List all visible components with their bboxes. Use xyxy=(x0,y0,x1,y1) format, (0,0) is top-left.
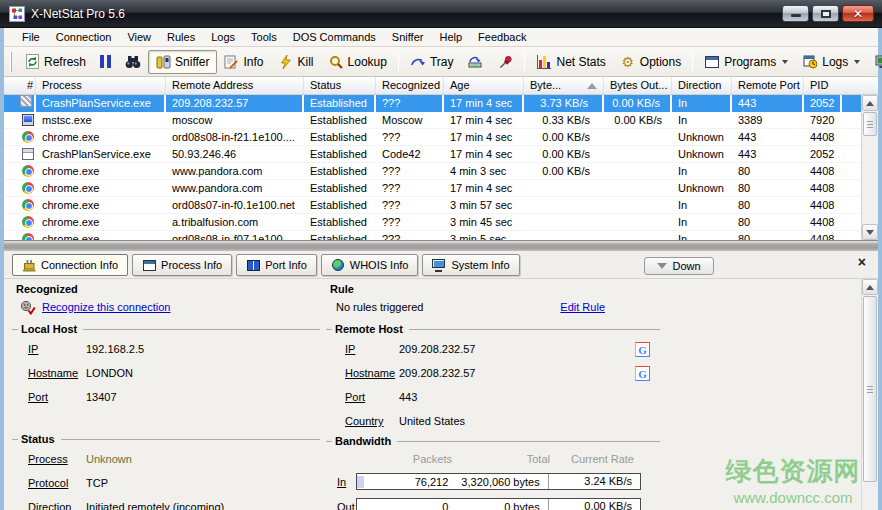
globe-icon xyxy=(331,259,345,272)
bandwidth-out-box: 0 0 bytes 0.00 KB/s xyxy=(356,498,641,510)
window-title: X-NetStat Pro 5.6 xyxy=(31,7,125,21)
menu-feedback[interactable]: Feedback xyxy=(470,29,534,45)
table-row[interactable]: chrome.exe ord08s08-in-f07.1e100... Esta… xyxy=(4,231,861,240)
remote-country-label[interactable]: Country xyxy=(345,415,399,427)
status-heading: Status xyxy=(12,431,320,447)
status-protocol-label[interactable]: Protocol xyxy=(28,477,86,489)
binoculars-icon xyxy=(125,54,141,70)
panel-scrollbar[interactable] xyxy=(861,279,878,510)
close-icon: ✕ xyxy=(843,7,873,21)
tab-port-info[interactable]: Port Info xyxy=(236,254,317,276)
info-button[interactable]: Info xyxy=(217,50,271,74)
lookup-button[interactable]: Lookup xyxy=(321,50,394,74)
table-row[interactable]: chrome.exe www.pandora.com Established ?… xyxy=(4,180,861,197)
col-bytes[interactable]: Byte... xyxy=(524,77,604,94)
col-bytes-out[interactable]: Bytes Out... xyxy=(604,77,672,94)
local-port-label[interactable]: Port xyxy=(28,391,86,403)
local-hostname-label[interactable]: Hostname xyxy=(28,367,86,379)
google-lookup-icon[interactable]: G xyxy=(635,342,650,357)
close-button[interactable]: ✕ xyxy=(842,5,874,22)
plug-icon xyxy=(22,259,36,272)
scroll-up-button[interactable] xyxy=(862,95,878,111)
remote-desktop-icon xyxy=(22,114,34,126)
table-row[interactable]: chrome.exe ord08s08-in-f21.1e100.... Est… xyxy=(4,129,861,146)
table-row[interactable]: CrashPlanService.exe 209.208.232.57 Esta… xyxy=(4,95,861,112)
out-rate-value: 0.00 KB/s xyxy=(548,499,640,510)
logs-button[interactable]: Logs xyxy=(795,50,867,74)
menu-help[interactable]: Help xyxy=(431,29,470,45)
panel-down-button[interactable]: Down xyxy=(644,257,714,275)
table-row[interactable]: chrome.exe ord08s07-in-f0.1e100.net Esta… xyxy=(4,197,861,214)
remote-hostname-label[interactable]: Hostname xyxy=(345,367,399,379)
toolbar-grip[interactable] xyxy=(10,52,12,72)
menu-connection[interactable]: Connection xyxy=(48,29,120,45)
pause-button[interactable] xyxy=(93,51,118,72)
scrollbar-thumb[interactable] xyxy=(863,112,877,136)
col-status[interactable]: Status xyxy=(304,77,376,94)
kill-button[interactable]: Kill xyxy=(271,50,321,74)
tab-connection-info[interactable]: Connection Info xyxy=(12,254,128,276)
connection-info-panel: Recognized Recognize this connection Loc… xyxy=(4,279,878,510)
menu-logs[interactable]: Logs xyxy=(203,29,243,45)
local-ip-label[interactable]: IP xyxy=(28,343,86,355)
chrome-icon xyxy=(22,233,34,240)
table-row[interactable]: mstsc.exe moscow Established Moscow 17 m… xyxy=(4,112,861,129)
pin-button[interactable] xyxy=(490,50,520,74)
options-button[interactable]: ⚙ Options xyxy=(613,50,688,74)
table-row[interactable]: chrome.exe a.tribalfusion.com Establishe… xyxy=(4,214,861,231)
maximize-button[interactable] xyxy=(812,5,839,22)
menu-sniffer[interactable]: Sniffer xyxy=(384,29,432,45)
tray-button[interactable]: Tray xyxy=(403,50,461,74)
bandwidth-in-label[interactable]: In xyxy=(337,476,356,488)
tab-whois-info[interactable]: WHOIS Info xyxy=(321,254,419,276)
col-remote-address[interactable]: Remote Address xyxy=(166,77,304,94)
local-ip-value: 192.168.2.5 xyxy=(86,343,320,355)
sniffer-icon xyxy=(155,54,171,70)
horizontal-splitter[interactable] xyxy=(4,240,878,251)
find-button[interactable] xyxy=(118,50,148,74)
edit-rule-link[interactable]: Edit Rule xyxy=(560,301,605,313)
send-to-tray-button[interactable] xyxy=(460,50,490,74)
status-direction-label[interactable]: Direction xyxy=(28,501,86,510)
menu-view[interactable]: View xyxy=(119,29,159,45)
sort-ascending-icon xyxy=(587,83,597,89)
total-column-label: Total xyxy=(452,453,550,469)
remote-port-label[interactable]: Port xyxy=(345,391,399,403)
system-button[interactable] xyxy=(867,50,882,74)
col-pid[interactable]: PID xyxy=(804,77,842,94)
bandwidth-column-headers: Packets Total Current Rate xyxy=(326,453,660,469)
menu-tools[interactable]: Tools xyxy=(243,29,285,45)
table-row[interactable]: chrome.exe www.pandora.com Established ?… xyxy=(4,163,861,180)
status-process-label[interactable]: Process xyxy=(28,453,86,465)
menu-file[interactable]: File xyxy=(14,29,48,45)
scroll-down-button[interactable] xyxy=(862,224,878,240)
sniffer-button[interactable]: Sniffer xyxy=(148,50,216,74)
rate-column-label: Current Rate xyxy=(550,453,638,469)
panel-scroll-up-button[interactable] xyxy=(862,279,878,295)
col-recognized[interactable]: Recognized xyxy=(376,77,444,94)
recognized-heading: Recognized xyxy=(12,279,320,297)
refresh-button[interactable]: Refresh xyxy=(17,50,93,74)
recognize-icon xyxy=(20,300,36,315)
col-number[interactable]: # xyxy=(4,77,36,94)
tab-system-info[interactable]: System Info xyxy=(422,254,519,276)
google-lookup-icon[interactable]: G xyxy=(635,366,650,381)
minimize-button[interactable] xyxy=(782,5,809,22)
bandwidth-heading: Bandwidth xyxy=(326,433,660,449)
panel-close-icon[interactable]: × xyxy=(858,254,866,270)
net-stats-button[interactable]: Net Stats xyxy=(529,50,612,74)
col-remote-port[interactable]: Remote Port xyxy=(732,77,804,94)
tab-process-info[interactable]: Process Info xyxy=(132,254,232,276)
programs-button[interactable]: Programs xyxy=(697,50,795,74)
recognize-connection-link[interactable]: Recognize this connection xyxy=(42,301,170,313)
table-scrollbar[interactable] xyxy=(861,95,878,240)
table-row[interactable]: CrashPlanService.exe 50.93.246.46 Establ… xyxy=(4,146,861,163)
menu-dos-commands[interactable]: DOS Commands xyxy=(285,29,384,45)
panel-scrollbar-thumb[interactable] xyxy=(863,296,877,482)
col-process[interactable]: Process xyxy=(36,77,166,94)
bandwidth-out-label[interactable]: Out xyxy=(337,501,356,510)
remote-ip-label[interactable]: IP xyxy=(345,343,399,355)
col-direction[interactable]: Direction xyxy=(672,77,732,94)
menu-rules[interactable]: Rules xyxy=(159,29,203,45)
col-age[interactable]: Age xyxy=(444,77,524,94)
